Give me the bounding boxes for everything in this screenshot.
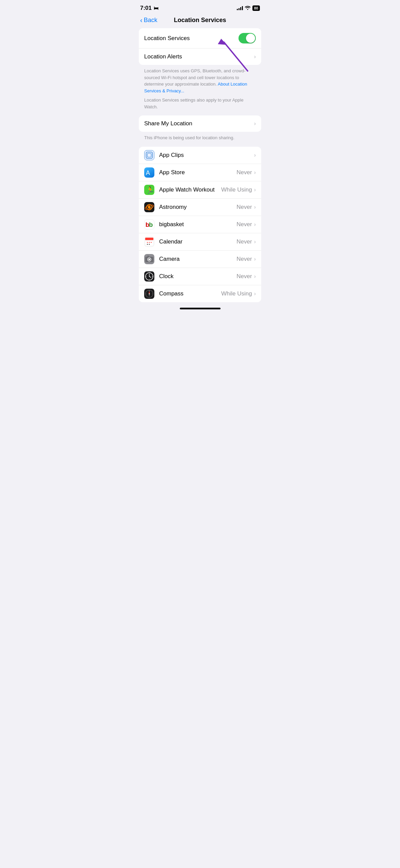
toggle-thumb xyxy=(246,34,255,43)
svg-point-15 xyxy=(151,242,152,243)
svg-rect-2 xyxy=(146,152,153,158)
calendar-icon xyxy=(144,237,154,247)
svg-text:W: W xyxy=(146,293,147,294)
app-clips-icon xyxy=(144,150,154,160)
svg-point-20 xyxy=(149,258,150,260)
svg-text:XII: XII xyxy=(149,272,151,274)
chevron-icon: › xyxy=(254,121,256,127)
share-description: This iPhone is being used for location s… xyxy=(144,134,256,141)
svg-text:VI: VI xyxy=(149,279,150,281)
location-services-card: Location Services Location Alerts › xyxy=(139,28,261,65)
svg-rect-12 xyxy=(145,240,153,246)
chevron-icon: › xyxy=(254,204,256,210)
chevron-icon: › xyxy=(254,273,256,279)
svg-text:E: E xyxy=(152,293,153,294)
nav-bar: ‹ Back Location Services xyxy=(133,14,267,28)
wifi-icon xyxy=(245,5,250,11)
app-store-icon: A xyxy=(144,167,154,178)
chevron-icon: › xyxy=(254,54,256,60)
svg-rect-3 xyxy=(147,153,151,157)
battery-icon: 80 xyxy=(252,5,260,11)
chevron-icon: › xyxy=(254,239,256,245)
svg-rect-11 xyxy=(145,237,153,240)
status-time: 7:01 🛏 xyxy=(140,5,158,12)
bigbasket-row[interactable]: b b bigbasket Never › xyxy=(139,216,261,233)
share-my-location-row[interactable]: Share My Location › xyxy=(139,115,261,132)
content: Location Services Location Alerts › Loca… xyxy=(133,28,267,309)
signal-icon xyxy=(237,6,243,10)
svg-point-25 xyxy=(149,276,150,277)
home-indicator xyxy=(180,308,221,309)
compass-row[interactable]: N S W E Compass While Using › xyxy=(139,285,261,302)
apple-watch-description: Location Services settings also apply to… xyxy=(144,97,256,110)
clock-row[interactable]: VI XII IX III Clock Never › xyxy=(139,268,261,285)
camera-icon xyxy=(144,254,154,264)
svg-rect-21 xyxy=(147,256,149,257)
svg-point-7 xyxy=(148,206,151,209)
chevron-icon: › xyxy=(254,291,256,297)
svg-point-14 xyxy=(149,242,150,243)
share-my-location-card[interactable]: Share My Location › xyxy=(139,115,261,132)
astronomy-icon xyxy=(144,202,154,212)
location-services-row[interactable]: Location Services xyxy=(139,28,261,49)
workout-icon: 🏃 xyxy=(144,185,154,195)
back-button[interactable]: ‹ Back xyxy=(140,16,157,24)
status-bar: 7:01 🛏 80 xyxy=(133,0,267,14)
svg-text:A: A xyxy=(146,169,150,176)
chevron-icon: › xyxy=(254,256,256,262)
workout-row[interactable]: 🏃 Apple Watch Workout While Using › xyxy=(139,181,261,199)
chevron-icon: › xyxy=(254,169,256,176)
chevron-left-icon: ‹ xyxy=(140,16,142,24)
app-list: App Clips › A App Store Never › 🏃 Apple … xyxy=(139,147,261,302)
chevron-icon: › xyxy=(254,187,256,193)
compass-icon: N S W E xyxy=(144,289,154,299)
camera-row[interactable]: Camera Never › xyxy=(139,251,261,268)
location-description: Location Services uses GPS, Bluetooth, a… xyxy=(144,68,256,94)
chevron-icon: › xyxy=(254,221,256,228)
chevron-icon: › xyxy=(254,152,256,158)
svg-point-16 xyxy=(147,244,148,245)
svg-text:III: III xyxy=(152,275,153,277)
bed-icon: 🛏 xyxy=(154,5,158,11)
page-title: Location Services xyxy=(174,17,226,24)
svg-text:🏃: 🏃 xyxy=(146,186,154,194)
svg-point-17 xyxy=(149,244,150,245)
clock-icon: VI XII IX III xyxy=(144,271,154,282)
svg-point-13 xyxy=(147,242,148,243)
svg-point-37 xyxy=(149,293,150,294)
status-icons: 80 xyxy=(237,5,260,11)
calendar-row[interactable]: Calendar Never › xyxy=(139,233,261,251)
app-clips-row[interactable]: App Clips › xyxy=(139,147,261,164)
astronomy-row[interactable]: Astronomy Never › xyxy=(139,199,261,216)
svg-text:b: b xyxy=(149,221,153,228)
bigbasket-icon: b b xyxy=(144,219,154,230)
app-store-row[interactable]: A App Store Never › xyxy=(139,164,261,181)
svg-text:IX: IX xyxy=(145,275,147,277)
location-services-toggle[interactable] xyxy=(239,33,256,43)
location-alerts-row[interactable]: Location Alerts › xyxy=(139,49,261,65)
